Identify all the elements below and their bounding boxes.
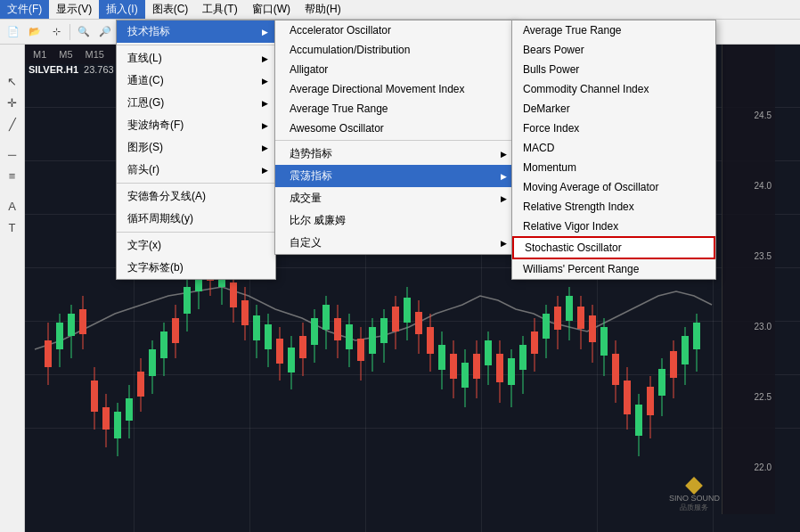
menubar-chart[interactable]: 图表(C)	[145, 0, 196, 19]
svg-rect-99	[612, 354, 619, 385]
svg-rect-33	[230, 282, 237, 307]
svg-rect-89	[554, 307, 561, 330]
svg-rect-85	[531, 331, 538, 354]
menu-item-gann-label: 江恩(G)	[127, 95, 164, 110]
menubar-tools[interactable]: 工具(T)	[195, 0, 244, 19]
ind-oscillator-label: 震荡指标	[290, 168, 332, 184]
watermark-diamond	[686, 477, 704, 495]
osc-bears[interactable]: Bears Power	[512, 40, 715, 60]
menu-item-textlabel[interactable]: 文字标签(b)	[117, 257, 275, 279]
menu-item-gann-arrow: ▶	[262, 99, 268, 108]
price-label-2: 24.0	[755, 181, 771, 191]
price-label-3: 23.5	[755, 251, 771, 261]
menu-item-text[interactable]: 文字(x)	[117, 234, 275, 257]
svg-rect-11	[102, 407, 110, 430]
menu-item-channel[interactable]: 通道(C) ▶	[117, 70, 275, 92]
svg-rect-59	[380, 318, 388, 343]
menu-item-shapes[interactable]: 图形(S) ▶	[117, 136, 275, 159]
svg-rect-73	[461, 363, 469, 388]
menu-item-text-label: 文字(x)	[127, 238, 161, 253]
draw-text[interactable]: A	[3, 196, 22, 216]
menubar-window[interactable]: 窗口(W)	[245, 0, 298, 19]
ind-volume[interactable]: 成交量 ▶	[275, 187, 514, 209]
osc-rvi[interactable]: Relative Vigor Index	[512, 217, 715, 236]
draw-hline[interactable]: ─	[3, 144, 22, 164]
ind-accelerator[interactable]: Accelerator Oscillator	[275, 20, 514, 40]
ind-atr[interactable]: Average True Range	[275, 99, 514, 119]
svg-rect-51	[334, 318, 341, 340]
svg-rect-95	[589, 315, 596, 342]
svg-rect-83	[519, 345, 527, 370]
draw-label[interactable]: T	[3, 217, 22, 237]
osc-wpr[interactable]: Williams' Percent Range	[512, 259, 715, 279]
osc-stochastic[interactable]: Stochastic Oscillator	[512, 236, 715, 259]
ind-oscillator[interactable]: 震荡指标 ▶	[275, 165, 514, 187]
osc-macd[interactable]: MACD	[512, 138, 715, 158]
ind-admi[interactable]: Average Directional Movement Index	[275, 79, 514, 99]
toolbar-open[interactable]: 📂	[25, 22, 45, 42]
menu-item-cycles[interactable]: 循环周期线(y)	[117, 208, 275, 230]
osc-force[interactable]: Force Index	[512, 119, 715, 138]
menu-item-arrows-arrow: ▶	[262, 166, 268, 175]
svg-rect-69	[438, 345, 445, 370]
draw-hline2[interactable]: ≡	[3, 166, 22, 185]
timebar-m15[interactable]: M15	[81, 48, 109, 61]
osc-demarker[interactable]: DeMarker	[512, 99, 715, 119]
menu-item-indicators-arrow: ▶	[262, 28, 268, 37]
osc-bulls-label: Bulls Power	[523, 63, 579, 76]
indicators-menu: Accelerator Oscillator Accumulation/Dist…	[274, 20, 515, 255]
menu-item-gann[interactable]: 江恩(G) ▶	[117, 92, 275, 114]
menu-item-fibonacci[interactable]: 斐波纳奇(F) ▶	[117, 114, 275, 136]
watermark-sub: 品质服务	[680, 503, 708, 512]
timebar-m5[interactable]: M5	[54, 48, 77, 61]
svg-rect-17	[137, 372, 144, 397]
menu-item-fibonacci-arrow: ▶	[262, 121, 268, 130]
menu-item-arrows[interactable]: 箭头(r) ▶	[117, 159, 275, 181]
draw-line[interactable]: ╱	[3, 114, 22, 134]
draw-cursor[interactable]: ↖	[3, 71, 22, 91]
osc-force-label: Force Index	[523, 122, 579, 135]
menubar-file[interactable]: 文件(F)	[0, 0, 49, 19]
toolbar-cursor[interactable]: ⊹	[46, 22, 66, 42]
ind-awesome-label: Awesome Oscillator	[290, 122, 384, 135]
ind-sep-1	[275, 140, 514, 141]
ind-alligator[interactable]: Alligator	[275, 60, 514, 79]
menu-item-pitchfork[interactable]: 安德鲁分叉线(A)	[117, 185, 275, 208]
osc-cci[interactable]: Commodity Channel Index	[512, 79, 715, 99]
price-label-5: 22.5	[755, 392, 771, 402]
svg-rect-101	[624, 381, 631, 414]
menubar-insert[interactable]: 插入(I)	[99, 0, 144, 19]
toolbar-zoom-in[interactable]: 🔍	[74, 22, 94, 42]
ind-accumulation[interactable]: Accumulation/Distribution	[275, 40, 514, 60]
ind-awesome[interactable]: Awesome Oscillator	[275, 119, 514, 138]
osc-rsi[interactable]: Relative Strength Index	[512, 197, 715, 217]
menubar-help[interactable]: 帮助(H)	[298, 0, 348, 19]
menu-item-textlabel-label: 文字标签(b)	[127, 260, 184, 275]
menu-item-line[interactable]: 直线(L) ▶	[117, 47, 275, 70]
osc-mao[interactable]: Moving Average of Oscillator	[512, 177, 715, 197]
menu-item-arrows-label: 箭头(r)	[127, 162, 159, 177]
timebar-m1[interactable]: M1	[29, 48, 51, 61]
svg-rect-93	[577, 307, 584, 329]
menubar-view[interactable]: 显示(V)	[49, 0, 99, 19]
osc-atr[interactable]: Average True Range	[512, 20, 715, 40]
osc-momentum[interactable]: Momentum	[512, 158, 715, 177]
menu-item-fibonacci-label: 斐波纳奇(F)	[127, 118, 184, 133]
osc-demarker-label: DeMarker	[523, 102, 570, 115]
svg-rect-97	[600, 327, 608, 356]
toolbar-new[interactable]: 📄	[4, 22, 23, 42]
svg-rect-49	[322, 305, 330, 330]
menu-item-indicators[interactable]: 技术指标 ▶	[117, 20, 275, 43]
menu-item-shapes-arrow: ▶	[262, 143, 268, 152]
svg-rect-67	[427, 327, 434, 354]
osc-bulls[interactable]: Bulls Power	[512, 60, 715, 79]
chart-symbol: SILVER.H1	[29, 64, 78, 75]
ind-custom[interactable]: 自定义 ▶	[275, 232, 514, 254]
toolbar-zoom-out[interactable]: 🔎	[95, 22, 115, 42]
ind-trend[interactable]: 趋势指标 ▶	[275, 143, 514, 165]
draw-crosshair[interactable]: ✛	[3, 93, 22, 112]
osc-macd-label: MACD	[523, 142, 554, 154]
ind-bill-williams[interactable]: 比尔 威廉姆	[275, 209, 514, 232]
svg-rect-47	[311, 318, 318, 345]
svg-rect-23	[172, 318, 179, 343]
